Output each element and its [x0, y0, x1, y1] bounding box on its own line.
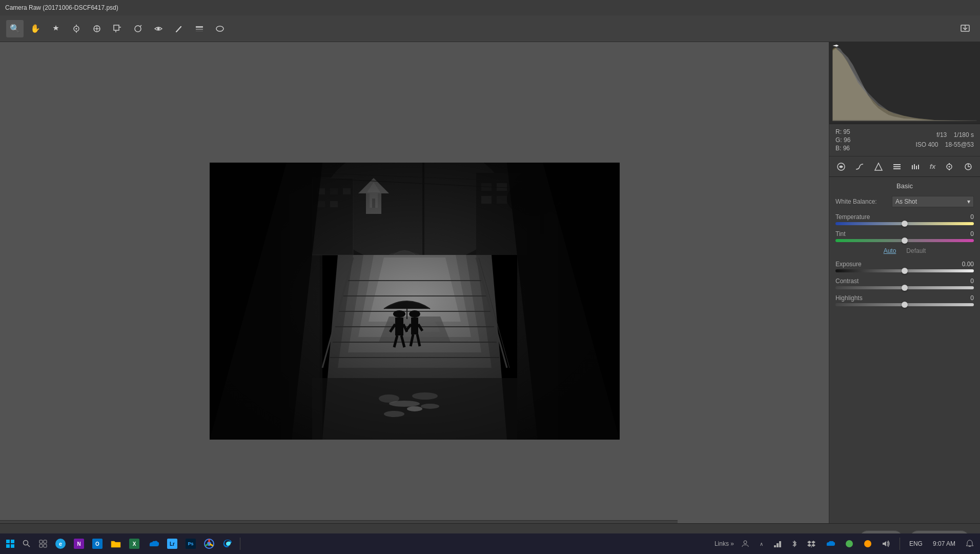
taskbar: e N O X Lr Ps Links »: [0, 533, 980, 554]
tab-split-toning[interactable]: [908, 157, 923, 176]
tint-thumb[interactable]: [902, 238, 908, 244]
photo-svg: [210, 163, 620, 440]
chrome-button[interactable]: [201, 536, 217, 552]
notification-icon[interactable]: [963, 536, 977, 552]
exif-info: f/13 1/180 s ISO 400 18-55@53: [915, 130, 974, 150]
taskbar-right: Links » ∧ ENG: [714, 536, 977, 552]
crop-tool[interactable]: [109, 20, 126, 37]
svg-line-12: [140, 25, 141, 27]
edge-button[interactable]: [219, 536, 236, 552]
temperature-label: Temperature: [835, 213, 870, 221]
tab-fx[interactable]: fx: [927, 157, 939, 176]
clock[interactable]: 9:07 AM: [930, 536, 958, 552]
svg-rect-14: [196, 26, 203, 28]
radial-filter[interactable]: [211, 20, 229, 37]
hand-tool[interactable]: ✋: [27, 20, 44, 37]
links-label: Links »: [714, 540, 734, 547]
open-image-btn[interactable]: [956, 20, 974, 37]
contrast-thumb[interactable]: [902, 285, 908, 291]
graduated-filter[interactable]: [191, 20, 208, 37]
photoshop-button[interactable]: Ps: [182, 536, 199, 552]
svg-line-116: [28, 545, 30, 547]
svg-point-83: [384, 411, 404, 417]
network-person-icon[interactable]: [738, 536, 752, 552]
svg-point-123: [744, 541, 747, 544]
tab-hsl[interactable]: [889, 157, 905, 176]
color-sampler-tool[interactable]: [68, 20, 85, 37]
svg-rect-100: [893, 166, 901, 167]
tab-detail[interactable]: [871, 157, 886, 176]
highlights-thumb[interactable]: [902, 302, 908, 308]
photo-canvas: [210, 163, 620, 440]
highlights-slider[interactable]: [835, 303, 974, 306]
explorer-button[interactable]: [108, 536, 124, 552]
app-body: − + 26.3% ▾ Y ◂ ▸: [0, 42, 980, 554]
auto-default-row: Auto Default: [835, 247, 974, 254]
histogram-chart: [832, 45, 977, 121]
language-indicator[interactable]: ENG: [906, 536, 926, 552]
b-label: B:: [835, 145, 841, 152]
taskbar-network-icon[interactable]: [770, 536, 785, 552]
svg-point-7: [96, 28, 98, 29]
lightroom-button[interactable]: Lr: [164, 536, 180, 552]
volume-icon[interactable]: [879, 536, 893, 552]
tint-slider[interactable]: [835, 239, 974, 242]
svg-rect-111: [6, 540, 10, 543]
start-button[interactable]: [3, 536, 17, 552]
g-value: G: 96: [835, 136, 850, 144]
svg-rect-99: [893, 164, 901, 165]
spot-removal-tool[interactable]: [129, 20, 147, 37]
default-btn[interactable]: Default: [906, 247, 926, 254]
wb-dropdown[interactable]: As Shot ▾: [892, 196, 974, 207]
svg-rect-114: [11, 544, 14, 548]
temperature-slider[interactable]: [835, 222, 974, 225]
wb-value: As Shot: [895, 198, 917, 205]
b-number: 96: [843, 145, 850, 152]
dropbox-icon[interactable]: [804, 536, 819, 552]
onedrive-button[interactable]: [145, 536, 162, 552]
language-text: ENG: [909, 540, 923, 547]
onedrive-tray-icon[interactable]: [823, 536, 838, 552]
onenote-button[interactable]: N: [71, 536, 87, 552]
contrast-row: Contrast 0: [835, 278, 974, 289]
svg-marker-98: [875, 163, 882, 170]
canvas-area[interactable]: − + 26.3% ▾ Y ◂ ▸: [0, 42, 829, 554]
adjustment-brush[interactable]: [170, 20, 188, 37]
targeted-adjustment-tool[interactable]: [88, 20, 106, 37]
bluetooth-icon[interactable]: [789, 536, 800, 552]
white-balance-tool[interactable]: [47, 20, 65, 37]
tab-camera-calibration[interactable]: [942, 157, 957, 176]
svg-point-80: [389, 401, 420, 407]
red-eye-tool[interactable]: [150, 20, 167, 37]
contrast-value: 0: [958, 278, 974, 285]
tab-basic[interactable]: [833, 157, 849, 176]
lens: 18-55@53: [945, 141, 974, 148]
svg-rect-108: [949, 163, 950, 165]
svg-rect-118: [44, 540, 47, 543]
search-button[interactable]: [19, 536, 34, 552]
tab-tone-curve[interactable]: [852, 157, 867, 176]
exposure-slider[interactable]: [835, 269, 974, 272]
green-icon[interactable]: [842, 536, 856, 552]
contrast-slider[interactable]: [835, 286, 974, 289]
chevron-icon[interactable]: ∧: [757, 536, 766, 552]
orange-icon[interactable]: [861, 536, 875, 552]
r-label: R:: [835, 128, 842, 135]
svg-point-129: [864, 540, 871, 547]
svg-rect-16: [196, 31, 203, 31]
zoom-tool[interactable]: 🔍: [6, 20, 24, 37]
auto-btn[interactable]: Auto: [884, 247, 896, 254]
highlights-label: Highlights: [835, 294, 863, 302]
temperature-row: Temperature 0: [835, 213, 974, 225]
g-number: 96: [844, 136, 850, 144]
exposure-thumb[interactable]: [902, 268, 908, 274]
excel-button[interactable]: X: [126, 536, 142, 552]
temperature-thumb[interactable]: [902, 221, 908, 227]
g-label: G:: [835, 136, 842, 144]
task-view-button[interactable]: [36, 536, 50, 552]
tab-presets[interactable]: [961, 157, 976, 176]
outlook-button[interactable]: O: [89, 536, 106, 552]
temperature-value: 0: [958, 213, 974, 221]
svg-rect-112: [11, 540, 14, 543]
ie-button[interactable]: e: [52, 536, 69, 552]
